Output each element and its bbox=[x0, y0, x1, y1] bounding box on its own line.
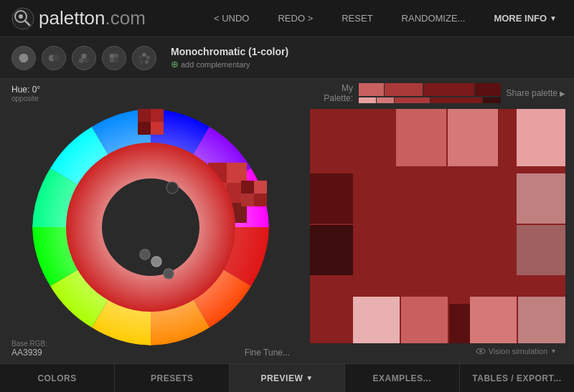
randomize-button[interactable]: RANDOMIZE... bbox=[396, 10, 471, 27]
swatch-bot-1 bbox=[353, 297, 400, 343]
palette-swatch-5 bbox=[359, 97, 376, 103]
svg-rect-30 bbox=[227, 163, 247, 183]
hue-info: Hue: 0° opposite bbox=[11, 85, 290, 102]
swatch-left-2 bbox=[310, 225, 353, 275]
svg-point-16 bbox=[145, 59, 149, 63]
tab-preview[interactable]: PREVIEW ▼ bbox=[230, 364, 344, 392]
svg-point-2 bbox=[19, 14, 23, 19]
tab-presets[interactable]: PRESETS bbox=[115, 364, 230, 392]
svg-rect-40 bbox=[138, 109, 151, 122]
palette-bar-top bbox=[359, 83, 501, 96]
svg-point-17 bbox=[140, 59, 144, 63]
color-wheel-svg[interactable] bbox=[29, 105, 273, 349]
undo-button[interactable]: < UNDO bbox=[208, 10, 255, 27]
add-icon: ⊕ bbox=[171, 59, 179, 70]
palette-swatch-8 bbox=[430, 97, 483, 103]
swatch-bot-right bbox=[518, 297, 565, 343]
fine-tune-button[interactable]: Fine Tune... bbox=[245, 348, 290, 358]
palette-swatch-9 bbox=[483, 97, 500, 103]
mode-penta-button[interactable] bbox=[132, 46, 156, 70]
palette-swatch-7 bbox=[395, 97, 429, 103]
swatch-bot-2 bbox=[401, 297, 448, 343]
right-panel: My Palette: Share bbox=[301, 79, 574, 363]
svg-point-8 bbox=[79, 58, 84, 63]
preview-arrow: ▼ bbox=[306, 374, 313, 382]
swatch-top-right bbox=[517, 109, 565, 166]
reset-button[interactable]: RESET bbox=[336, 10, 378, 27]
svg-rect-43 bbox=[151, 122, 164, 135]
wheel-main-dot bbox=[166, 182, 178, 193]
more-info-button[interactable]: MORE INFO ▼ bbox=[488, 10, 563, 27]
tab-tables-export[interactable]: TABLES / EXPORT... bbox=[460, 364, 574, 392]
eye-icon bbox=[476, 346, 486, 356]
svg-rect-42 bbox=[138, 122, 151, 135]
swatch-top-1 bbox=[396, 109, 446, 166]
logo: paletton.com bbox=[11, 7, 146, 30]
mode-tetra-button[interactable] bbox=[102, 46, 126, 70]
logo-icon bbox=[11, 7, 34, 30]
svg-point-39 bbox=[164, 269, 174, 279]
palette-bar-bottom bbox=[359, 97, 501, 103]
svg-point-4 bbox=[19, 53, 29, 62]
mode-icons bbox=[11, 46, 156, 70]
tab-examples[interactable]: EXAMPLES... bbox=[345, 364, 460, 392]
header-nav: < UNDO REDO > RESET RANDOMIZE... MORE IN… bbox=[208, 10, 563, 27]
svg-point-49 bbox=[479, 350, 482, 353]
mode-title: Monochromatic (1-color) bbox=[171, 46, 288, 57]
palette-swatch-2 bbox=[385, 83, 423, 96]
mode-bar: Monochromatic (1-color) ⊕ add complement… bbox=[0, 37, 574, 79]
svg-rect-47 bbox=[241, 193, 254, 206]
mode-label: Monochromatic (1-color) ⊕ add complement… bbox=[171, 46, 288, 70]
mode-di-button[interactable] bbox=[42, 46, 66, 70]
palette-swatch-3 bbox=[423, 83, 474, 96]
redo-button[interactable]: REDO > bbox=[272, 10, 319, 27]
swatch-bot-4 bbox=[470, 297, 517, 343]
svg-rect-46 bbox=[241, 181, 254, 193]
palette-label: My Palette: bbox=[310, 83, 353, 103]
add-complementary-button[interactable]: ⊕ add complementary bbox=[171, 59, 288, 70]
color-wheel-container[interactable] bbox=[29, 105, 273, 349]
logo-text: paletton.com bbox=[39, 7, 146, 29]
bottom-tabs: COLORS PRESETS PREVIEW ▼ EXAMPLES... TAB… bbox=[0, 363, 574, 392]
svg-rect-45 bbox=[254, 193, 267, 206]
svg-point-14 bbox=[142, 52, 146, 56]
swatch-top-2 bbox=[448, 109, 498, 166]
svg-point-6 bbox=[52, 54, 59, 61]
svg-point-13 bbox=[113, 57, 118, 62]
left-panel: Hue: 0° opposite bbox=[0, 79, 301, 363]
svg-point-18 bbox=[138, 55, 142, 59]
mode-mono-button[interactable] bbox=[11, 46, 36, 70]
mode-tri-button[interactable] bbox=[72, 46, 96, 70]
palette-swatch-6 bbox=[377, 97, 394, 103]
palette-swatch-1 bbox=[359, 83, 384, 96]
opposite-label: opposite bbox=[11, 95, 290, 102]
svg-point-7 bbox=[81, 53, 86, 58]
hue-value: Hue: 0° bbox=[11, 85, 290, 95]
swatch-right-1 bbox=[517, 173, 565, 224]
palette-row: My Palette: Share bbox=[310, 83, 565, 103]
swatch-right-2 bbox=[517, 225, 565, 275]
svg-rect-41 bbox=[151, 109, 164, 122]
color-grid bbox=[310, 109, 565, 343]
base-rgb-value: AA3939 bbox=[11, 348, 47, 358]
main-area: Hue: 0° opposite bbox=[0, 79, 574, 363]
svg-point-9 bbox=[84, 58, 89, 63]
base-rgb: Base RGB: AA3939 bbox=[11, 340, 47, 358]
svg-rect-44 bbox=[254, 181, 267, 193]
palette-swatch-4 bbox=[475, 83, 500, 96]
share-palette-button[interactable]: Share palette ▶ bbox=[507, 88, 565, 98]
swatch-left-1 bbox=[310, 173, 353, 224]
svg-point-36 bbox=[102, 178, 199, 276]
svg-point-37 bbox=[140, 249, 150, 259]
tab-colors[interactable]: COLORS bbox=[0, 364, 115, 392]
svg-point-15 bbox=[146, 55, 150, 59]
vision-simulation-button[interactable]: Vision simulation ▼ bbox=[310, 346, 565, 356]
svg-point-38 bbox=[151, 257, 161, 267]
header: paletton.com < UNDO REDO > RESET RANDOMI… bbox=[0, 0, 574, 37]
